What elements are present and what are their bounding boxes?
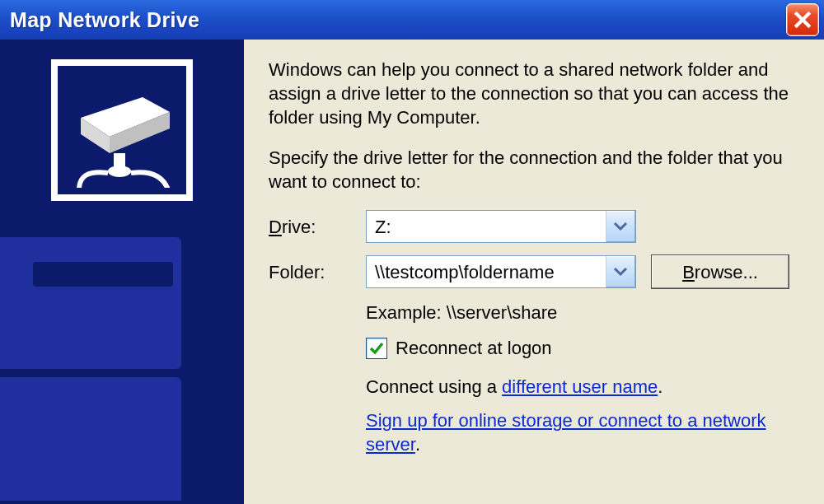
window-title: Map Network Drive	[10, 8, 786, 32]
drive-label: Drive:	[269, 215, 366, 239]
check-icon	[368, 340, 385, 357]
folder-dropdown-button[interactable]	[606, 256, 635, 287]
wizard-icon-frame	[51, 59, 193, 201]
reconnect-label[interactable]: Reconnect at logon	[396, 336, 552, 360]
drive-value: Z:	[367, 215, 606, 239]
map-network-drive-window: Map Network Drive	[0, 0, 824, 504]
dialog-body: Windows can help you connect to a shared…	[0, 40, 824, 504]
intro-paragraph-1: Windows can help you connect to a shared…	[269, 58, 799, 129]
folder-combo[interactable]: \\testcomp\foldername	[366, 255, 636, 288]
close-icon	[794, 11, 812, 29]
drive-dropdown-button[interactable]	[606, 211, 635, 242]
example-text: Example: \\server\share	[366, 301, 799, 324]
online-storage-link[interactable]: Sign up for online storage or connect to…	[366, 410, 766, 455]
svg-rect-3	[33, 262, 173, 287]
folder-row: Folder: \\testcomp\foldername Browse...	[269, 254, 799, 289]
after-form-area: Example: \\server\share Reconnect at log…	[366, 301, 799, 456]
signup-line: Sign up for online storage or connect to…	[366, 408, 794, 456]
reconnect-row: Reconnect at logon	[366, 336, 799, 360]
dialog-content: Windows can help you connect to a shared…	[244, 40, 824, 504]
connect-line: Connect using a different user name.	[366, 375, 799, 399]
svg-point-8	[108, 166, 131, 177]
folder-value: \\testcomp\foldername	[367, 260, 606, 284]
close-button[interactable]	[786, 3, 819, 36]
different-user-link[interactable]: different user name	[502, 376, 658, 397]
network-drive-icon	[64, 72, 180, 188]
folder-label: Folder:	[269, 260, 366, 284]
svg-rect-2	[0, 377, 181, 501]
drive-row: Drive: Z:	[269, 210, 799, 243]
title-bar[interactable]: Map Network Drive	[0, 0, 824, 40]
wizard-sidebar	[0, 40, 244, 504]
chevron-down-icon	[613, 267, 628, 277]
reconnect-checkbox[interactable]	[366, 338, 387, 359]
intro-paragraph-2: Specify the drive letter for the connect…	[269, 146, 799, 194]
svg-rect-1	[0, 237, 181, 369]
chevron-down-icon	[613, 222, 628, 231]
drive-combo[interactable]: Z:	[366, 210, 636, 243]
browse-button[interactable]: Browse...	[651, 254, 789, 289]
